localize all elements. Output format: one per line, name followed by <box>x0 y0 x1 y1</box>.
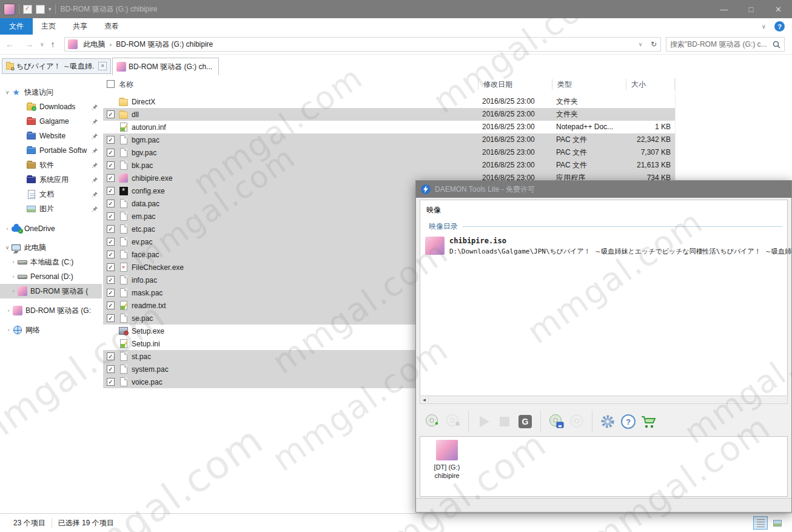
row-checkbox[interactable]: ✓ <box>107 301 115 309</box>
chevron-collapsed-icon[interactable]: › <box>4 226 11 232</box>
row-checkbox[interactable]: ✓ <box>107 251 115 258</box>
sidebar-item-pictures[interactable]: 图片 <box>0 201 102 216</box>
chevron-collapsed-icon[interactable]: › <box>10 274 17 280</box>
row-checkbox[interactable]: ✓ <box>107 161 115 169</box>
row-checkbox[interactable]: ✓ <box>107 149 115 157</box>
sidebar-item-portable-software[interactable]: Portable Softw <box>0 143 102 158</box>
folder-tab-2[interactable]: BD-ROM 驱动器 (G:) ch... <box>112 58 219 75</box>
column-header-date[interactable]: 修改日期 <box>483 79 512 90</box>
row-checkbox[interactable]: ✓ <box>107 378 115 386</box>
store-button[interactable] <box>639 411 659 432</box>
file-row-bk-pac[interactable]: ✓bk.pac2016/8/25 23:00PAC 文件21,613 KB <box>103 159 675 172</box>
ribbon-tab-view[interactable]: 查看 <box>96 18 127 35</box>
file-row-dll[interactable]: ✓dll2016/8/25 23:00文件夹 <box>103 108 675 121</box>
column-divider[interactable] <box>626 79 626 90</box>
row-checkbox[interactable]: ✓ <box>107 136 115 144</box>
chevron-collapsed-icon[interactable]: › <box>5 327 12 333</box>
scroll-left-icon[interactable]: ◄ <box>420 396 429 403</box>
chevron-expanded-icon[interactable]: ∨ <box>4 244 11 251</box>
hdd-shape <box>18 260 27 264</box>
gamespace-button[interactable]: G <box>515 411 535 432</box>
row-checkbox[interactable]: ✓ <box>107 200 115 207</box>
daemon-titlebar[interactable]: DAEMON Tools Lite - 免费许可 <box>416 181 791 198</box>
chevron-collapsed-icon[interactable]: › <box>10 259 17 265</box>
search-input[interactable]: 搜索"BD-ROM 驱动器 (G:) c... <box>666 37 785 52</box>
maximize-button[interactable]: □ <box>737 0 765 18</box>
sidebar-item-this-pc[interactable]: ∨此电脑 <box>0 240 102 255</box>
file-row-bgm-pac[interactable]: ✓bgm.pac2016/8/25 23:00PAC 文件22,342 KB <box>103 133 675 146</box>
row-checkbox[interactable]: ✓ <box>107 187 115 195</box>
column-header-name[interactable]: 名称 <box>119 79 133 90</box>
column-header-size[interactable]: 大小 <box>631 79 646 90</box>
sidebar-item-documents[interactable]: 文档 <box>0 187 102 201</box>
image-list-item[interactable]: chibipire.iso D:\Downloads\Galgame\JPN\ち… <box>425 237 787 256</box>
sidebar-item-software[interactable]: 软件 <box>0 158 102 172</box>
navigation-bar: ← → ∨ ↑ 此电脑›BD-ROM 驱动器 (G:) chibipire ∨ … <box>0 35 792 55</box>
column-header-type[interactable]: 类型 <box>557 79 572 90</box>
breadcrumb-item[interactable]: 此电脑 <box>81 39 108 50</box>
horizontal-scrollbar[interactable]: ◄ <box>420 396 788 404</box>
folder-icon <box>26 131 36 141</box>
row-checkbox[interactable]: ✓ <box>107 174 115 182</box>
row-checkbox[interactable]: ✓ <box>107 212 115 220</box>
sidebar-item-downloads[interactable]: ↓Downloads <box>0 99 102 114</box>
back-button[interactable]: ← <box>0 39 19 49</box>
ribbon-tab-home[interactable]: 主页 <box>33 18 64 35</box>
row-checkbox[interactable]: ✓ <box>107 110 115 118</box>
breadcrumb-item[interactable]: BD-ROM 驱动器 (G:) chibipire <box>113 39 215 50</box>
chevron-expanded-icon[interactable]: ∨ <box>4 89 11 95</box>
sidebar-item-bdrom-g-tree[interactable]: ›BD-ROM 驱动器 ( <box>0 284 102 298</box>
column-divider[interactable] <box>552 79 552 90</box>
ribbon-tab-file[interactable]: 文件 <box>0 18 33 35</box>
sidebar-item-system-apps[interactable]: 系统应用 <box>0 172 102 187</box>
address-bar[interactable]: 此电脑›BD-ROM 驱动器 (G:) chibipire ∨ ↻ <box>64 37 661 52</box>
minimize-button[interactable]: — <box>710 0 737 18</box>
up-button[interactable]: ↑ <box>45 39 61 49</box>
row-checkbox[interactable]: ✓ <box>107 225 115 233</box>
file-row-autorun-inf[interactable]: autorun.inf2016/8/25 23:00Notepad++ Doc.… <box>103 121 675 133</box>
large-icons-view-button[interactable] <box>770 516 785 530</box>
file-icon-page <box>118 198 129 209</box>
recent-locations-chevron-icon[interactable]: ∨ <box>39 41 45 47</box>
forward-button[interactable]: → <box>19 39 39 49</box>
select-all-checkbox[interactable] <box>107 80 115 88</box>
row-checkbox[interactable]: ✓ <box>107 314 115 322</box>
help-button[interactable]: ? <box>618 411 639 432</box>
checkbox-spacer <box>107 98 115 106</box>
sidebar-item-onedrive[interactable]: ›OneDrive <box>0 221 102 236</box>
qat-newfolder-icon[interactable] <box>36 5 45 14</box>
mounted-drive-item[interactable]: [DT] (G:) chibipire <box>429 440 465 480</box>
folder-tab-1[interactable]: D ちびパイア！ ～吸血姉. × <box>2 58 111 74</box>
help-icon[interactable]: ? <box>774 21 785 32</box>
file-row-directx[interactable]: DirectX2016/8/25 23:00文件夹 <box>103 95 675 108</box>
chevron-collapsed-icon[interactable]: › <box>5 308 12 314</box>
sidebar-item-network[interactable]: ›网络 <box>0 323 102 337</box>
address-dropdown-chevron-icon[interactable]: ∨ <box>634 41 647 47</box>
row-checkbox[interactable]: ✓ <box>107 276 115 284</box>
ribbon-collapse-chevron-icon[interactable]: ∨ <box>762 23 766 30</box>
quick-mount-button[interactable] <box>546 411 566 432</box>
row-checkbox[interactable]: ✓ <box>107 289 115 297</box>
settings-button[interactable] <box>597 411 618 432</box>
sidebar-item-galgame[interactable]: Galgame <box>0 114 102 129</box>
sidebar-item-personal-d[interactable]: ›Personal (D:) <box>0 269 102 284</box>
chevron-collapsed-icon[interactable]: › <box>10 288 17 294</box>
row-checkbox[interactable]: ✓ <box>107 263 115 271</box>
close-button[interactable]: ✕ <box>765 0 792 18</box>
sidebar-item-bdrom-g-root[interactable]: ›BD-ROM 驱动器 (G: <box>0 303 102 318</box>
sidebar-item-quick-access[interactable]: ∨★快速访问 <box>0 85 102 99</box>
qat-properties-icon[interactable] <box>23 5 32 14</box>
ribbon-tab-share[interactable]: 共享 <box>64 18 96 35</box>
row-checkbox[interactable]: ✓ <box>107 352 115 360</box>
file-row-bgv-pac[interactable]: ✓bgv.pac2016/8/25 23:00PAC 文件7,307 KB <box>103 146 675 159</box>
refresh-icon[interactable]: ↻ <box>647 40 660 49</box>
add-image-button[interactable] <box>422 411 443 432</box>
details-view-button[interactable] <box>753 516 768 530</box>
column-divider[interactable] <box>478 79 478 90</box>
qat-customize-chevron-icon[interactable]: ▾ <box>49 6 52 12</box>
sidebar-item-website[interactable]: Website <box>0 129 102 143</box>
sidebar-item-local-disk-c[interactable]: ›本地磁盘 (C:) <box>0 255 102 269</box>
row-checkbox[interactable]: ✓ <box>107 365 115 373</box>
row-checkbox[interactable]: ✓ <box>107 238 115 246</box>
close-tab-icon[interactable]: × <box>98 62 107 70</box>
